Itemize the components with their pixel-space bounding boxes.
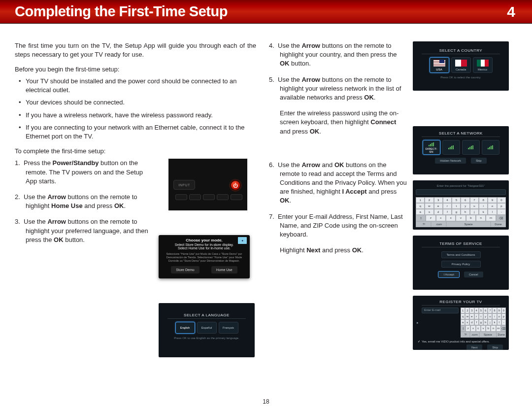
language-option-english: English	[175, 322, 195, 334]
figure-remote: INPUT	[159, 159, 255, 210]
wifi-icon	[448, 145, 454, 149]
country-option-mexico: Mexico	[473, 57, 493, 73]
chapter-title: Completing the First-Time Setup	[15, 3, 228, 20]
list-item: If you have a wireless network, have the…	[26, 111, 256, 120]
email-field: Enter E-mail	[422, 308, 459, 313]
country-option-canada: Canada	[451, 57, 471, 73]
list-item: Your TV should be installed and the powe…	[26, 77, 256, 94]
remote-input-button: INPUT	[173, 180, 195, 190]
figure-select-country: SELECT A COUNTRY USA Canada Mexico Press…	[413, 41, 509, 91]
page-body: The first time you turn on the TV, the S…	[0, 24, 532, 357]
chapter-header: Completing the First-Time Setup 4	[0, 0, 532, 24]
list-item: Your devices should be connected.	[26, 98, 256, 107]
tos-terms-item: Terms and Conditions	[441, 251, 481, 258]
energy-star-icon: ★	[238, 237, 247, 244]
flag-usa-icon	[433, 60, 445, 67]
network-option	[442, 140, 460, 155]
step-7: 7.Enter your E-mail Address, First Name,…	[280, 212, 407, 255]
network-option	[462, 140, 480, 155]
i-accept-button: I Accept	[438, 272, 459, 277]
opt-in-checkbox: Yes, email me VIZIO product info and spe…	[418, 340, 504, 343]
left-column: The first time you turn on the TV, the S…	[15, 41, 256, 357]
step-5: 5.Use the Arrow buttons on the remote to…	[280, 75, 407, 136]
network-option	[482, 140, 499, 155]
cancel-button: Cancel	[464, 272, 483, 277]
figure-select-language: SELECT A LANGUAGE English Español França…	[159, 303, 255, 357]
step-6: 6.Use the Arrow and OK buttons on the re…	[280, 161, 407, 206]
prerequisite-list: Your TV should be installed and the powe…	[15, 77, 256, 140]
steps-right: 4.Use the Arrow buttons on the remote to…	[269, 41, 407, 255]
step-1: 1.Press the Power/Standby button on the …	[26, 159, 153, 186]
figure-select-network: SELECT A NETWORK DIRECT-SN Hidden Networ…	[413, 126, 509, 174]
home-use-button: Home Use	[211, 266, 237, 274]
intro-paragraph: The first time you turn on the TV, the S…	[15, 41, 256, 59]
step-4: 4.Use the Arrow buttons on the remote to…	[280, 41, 407, 68]
page-number: 18	[0, 398, 532, 405]
password-field	[416, 189, 506, 195]
figure-register-tv: REGISTER YOUR TV ▸ Enter E-mail 12345678…	[413, 296, 509, 350]
before-begin-label: Before you begin the first-time setup:	[15, 66, 256, 73]
step-2: 2.Use the Arrow buttons on the remote to…	[26, 193, 153, 210]
left-figures: INPUT ★ Choose your mode. Select Store D…	[159, 159, 255, 357]
to-complete-label: To complete the first-time setup:	[15, 147, 256, 155]
steps-left: 1.Press the Power/Standby button on the …	[15, 159, 153, 244]
skip-button: Skip	[487, 344, 503, 350]
onscreen-keyboard: 1234567890 qwertyuiop asdfghjkl- ⇧zxcvbn…	[416, 197, 506, 227]
language-option-spanish: Español	[197, 322, 217, 334]
chevron-right-icon: ▸	[416, 321, 420, 325]
skip-button: Skip	[471, 158, 487, 164]
wifi-icon	[429, 142, 434, 146]
flag-mexico-icon	[477, 60, 489, 67]
hidden-network-button: Hidden Network	[435, 158, 466, 164]
language-option-french: Français	[219, 322, 238, 334]
step-3: 3.Use the Arrow buttons on the remote to…	[26, 217, 153, 244]
right-figures: SELECT A COUNTRY USA Canada Mexico Press…	[413, 41, 509, 350]
figure-terms-of-service: TERMS OF SERVICE Terms and Conditions Pr…	[413, 236, 509, 290]
network-option-selected: DIRECT-SN	[423, 140, 440, 155]
flag-canada-icon	[455, 60, 467, 67]
figure-mode-select: ★ Choose your mode. Select Store Demo fo…	[159, 235, 250, 278]
chapter-number: 4	[507, 3, 515, 20]
store-demo-button: Store Demo	[171, 266, 199, 274]
next-button: Next	[466, 344, 482, 350]
list-item: If you are connecting to your network wi…	[26, 123, 256, 140]
figure-password-keyboard: Enter the password for "Netgear321" 1234…	[413, 180, 509, 230]
right-column: 4.Use the Arrow buttons on the remote to…	[269, 41, 510, 357]
wifi-icon	[488, 145, 493, 149]
wifi-icon	[468, 145, 473, 149]
tos-privacy-item: Privacy Policy	[441, 261, 481, 268]
country-option-usa: USA	[430, 57, 449, 73]
